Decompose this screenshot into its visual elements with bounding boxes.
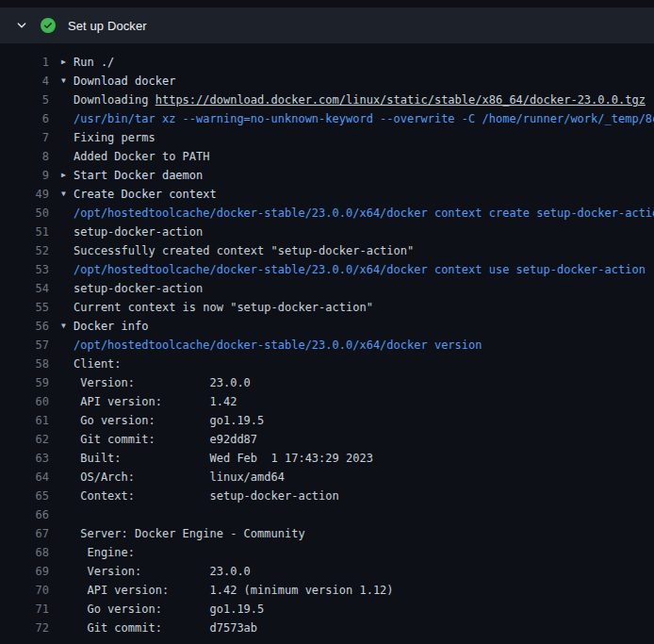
collapse-arrow-icon[interactable]: ▼: [61, 317, 74, 336]
log-container: 1▶Run ./4▼Download docker5Downloading ht…: [0, 43, 654, 637]
log-text: Start Docker daemon: [74, 166, 203, 185]
line-number[interactable]: 70: [0, 581, 49, 600]
line-number[interactable]: 63: [0, 449, 49, 468]
log-line: 5Downloading https://download.docker.com…: [0, 91, 654, 109]
line-number[interactable]: 54: [0, 279, 49, 298]
command-text: /opt/hostedtoolcache/docker-stable/23.0.…: [74, 336, 482, 355]
log-text: Added Docker to PATH: [74, 147, 210, 166]
log-group-row[interactable]: 4▼Download docker: [0, 72, 654, 91]
log-text: Context: setup-docker-action: [74, 487, 339, 505]
line-number[interactable]: 56: [0, 317, 49, 336]
line-number[interactable]: 58: [0, 355, 49, 373]
step-header[interactable]: Set up Docker: [0, 8, 654, 43]
gutter-spacer: [61, 619, 74, 637]
command-text: /opt/hostedtoolcache/docker-stable/23.0.…: [74, 204, 654, 223]
line-number[interactable]: 69: [0, 562, 49, 581]
log-line: 66: [0, 505, 654, 524]
line-number[interactable]: 64: [0, 468, 49, 487]
line-number[interactable]: 62: [0, 430, 49, 449]
gutter-spacer: [61, 336, 74, 355]
log-text: Fixing perms: [74, 128, 155, 147]
log-line: 58Client:: [0, 355, 654, 373]
log-line: 50/opt/hostedtoolcache/docker-stable/23.…: [0, 204, 654, 223]
log-text: Docker info: [74, 317, 148, 336]
collapse-arrow-icon[interactable]: ▼: [61, 185, 74, 204]
gutter-spacer: [61, 392, 74, 411]
log-text: setup-docker-action: [74, 279, 203, 298]
log-line: 60 API version: 1.42: [0, 392, 654, 411]
gutter-spacer: [61, 524, 74, 543]
log-text: Run ./: [74, 53, 114, 72]
log-line: 70 API version: 1.42 (minimum version 1.…: [0, 581, 654, 600]
gutter-spacer: [61, 128, 74, 147]
line-number[interactable]: 65: [0, 487, 49, 505]
log-text: Engine:: [74, 543, 135, 562]
expand-arrow-icon[interactable]: ▶: [61, 53, 74, 72]
line-number[interactable]: 50: [0, 204, 49, 223]
log-group-row[interactable]: 9▶Start Docker daemon: [0, 166, 654, 185]
log-text: Version: 23.0.0: [74, 562, 251, 581]
chevron-down-icon[interactable]: [15, 19, 28, 32]
line-number[interactable]: 51: [0, 223, 49, 241]
log-group-row[interactable]: 49▼Create Docker context: [0, 185, 654, 204]
line-number[interactable]: 4: [0, 72, 49, 91]
log-text: API version: 1.42 (minimum version 1.12): [74, 581, 394, 600]
gutter-spacer: [61, 505, 74, 524]
log-text: Successfully created context "setup-dock…: [74, 241, 414, 260]
log-text: setup-docker-action: [74, 223, 203, 241]
log-link[interactable]: https://download.docker.com/linux/static…: [155, 93, 646, 107]
line-number[interactable]: 59: [0, 373, 49, 392]
gutter-spacer: [61, 260, 74, 279]
line-number[interactable]: 71: [0, 600, 49, 619]
gutter-spacer: [61, 91, 74, 109]
line-number[interactable]: 55: [0, 298, 49, 317]
line-number[interactable]: 68: [0, 543, 49, 562]
line-number[interactable]: 61: [0, 411, 49, 430]
log-line: 55Current context is now "setup-docker-a…: [0, 298, 654, 317]
step-title: Set up Docker: [68, 19, 147, 33]
gutter-spacer: [61, 373, 74, 392]
line-number[interactable]: 5: [0, 91, 49, 109]
gutter-spacer: [61, 449, 74, 468]
gutter-spacer: [61, 487, 74, 505]
gutter-spacer: [61, 298, 74, 317]
line-number[interactable]: 7: [0, 128, 49, 147]
command-text: /opt/hostedtoolcache/docker-stable/23.0.…: [74, 260, 646, 279]
log-lines: 1▶Run ./4▼Download docker5Downloading ht…: [0, 53, 654, 637]
log-line: 8Added Docker to PATH: [0, 147, 654, 166]
log-line: 6/usr/bin/tar xz --warning=no-unknown-ke…: [0, 109, 654, 128]
log-line: 54setup-docker-action: [0, 279, 654, 298]
line-number[interactable]: 6: [0, 109, 49, 128]
log-group-row[interactable]: 1▶Run ./: [0, 53, 654, 72]
log-line: 51setup-docker-action: [0, 223, 654, 241]
line-number[interactable]: 52: [0, 241, 49, 260]
line-number[interactable]: 60: [0, 392, 49, 411]
gutter-spacer: [61, 581, 74, 600]
log-group-row[interactable]: 56▼Docker info: [0, 317, 654, 336]
log-line: 69 Version: 23.0.0: [0, 562, 654, 581]
log-text: OS/Arch: linux/amd64: [74, 468, 285, 487]
gutter-spacer: [61, 109, 74, 128]
line-number[interactable]: 53: [0, 260, 49, 279]
collapse-arrow-icon[interactable]: ▼: [61, 72, 74, 91]
log-text: Built: Wed Feb 1 17:43:29 2023: [74, 449, 373, 468]
log-line: 7Fixing perms: [0, 128, 654, 147]
log-text: Current context is now "setup-docker-act…: [74, 298, 373, 317]
log-line: 64 OS/Arch: linux/amd64: [0, 468, 654, 487]
gutter-spacer: [61, 147, 74, 166]
log-line: 67 Server: Docker Engine - Community: [0, 524, 654, 543]
line-number[interactable]: 9: [0, 166, 49, 185]
line-number[interactable]: 1: [0, 53, 49, 72]
log-text: Create Docker context: [74, 185, 217, 204]
line-number[interactable]: 72: [0, 619, 49, 637]
log-text: API version: 1.42: [74, 392, 237, 411]
log-text: Version: 23.0.0: [74, 373, 251, 392]
expand-arrow-icon[interactable]: ▶: [61, 166, 74, 185]
gutter-spacer: [61, 562, 74, 581]
line-number[interactable]: 49: [0, 185, 49, 204]
line-number[interactable]: 67: [0, 524, 49, 543]
line-number[interactable]: 66: [0, 505, 49, 524]
line-number[interactable]: 57: [0, 336, 49, 355]
command-text: /usr/bin/tar xz --warning=no-unknown-key…: [74, 109, 654, 128]
line-number[interactable]: 8: [0, 147, 49, 166]
